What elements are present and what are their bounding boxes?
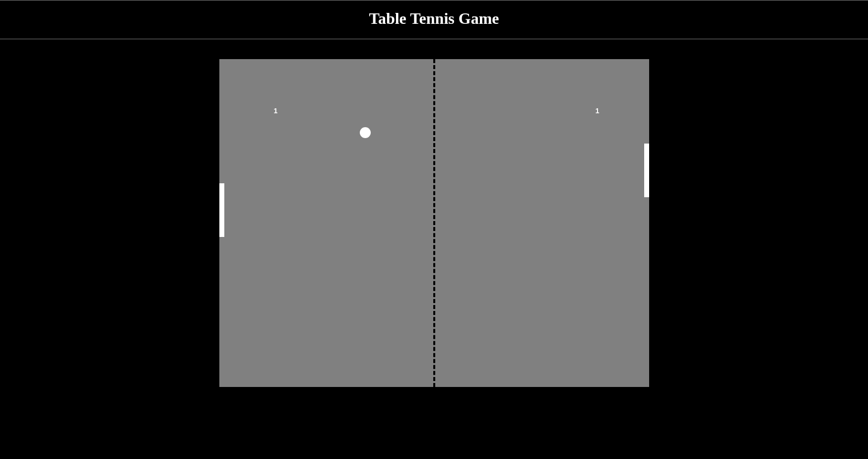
page-title: Table Tennis Game (0, 9, 868, 28)
header: Table Tennis Game (0, 0, 868, 39)
score-left: 1 (274, 107, 278, 115)
paddle-right[interactable] (644, 144, 649, 197)
center-net (433, 59, 435, 387)
game-board[interactable]: 1 1 (219, 59, 649, 387)
score-right: 1 (596, 107, 600, 115)
paddle-left[interactable] (219, 183, 224, 237)
game-region: 1 1 (0, 39, 868, 387)
ball (360, 127, 371, 138)
page-wrapper: Table Tennis Game 1 1 (0, 0, 868, 459)
